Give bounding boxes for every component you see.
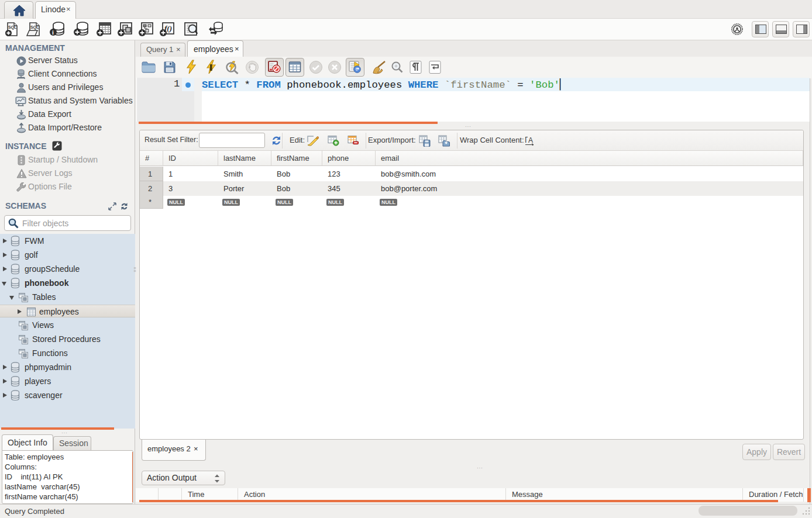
svg-text:SQL: SQL <box>30 25 39 30</box>
svg-text:I: I <box>525 136 527 144</box>
svg-text:A: A <box>528 136 533 144</box>
svg-text:i: i <box>52 29 54 36</box>
svg-text:SQL: SQL <box>8 25 17 30</box>
